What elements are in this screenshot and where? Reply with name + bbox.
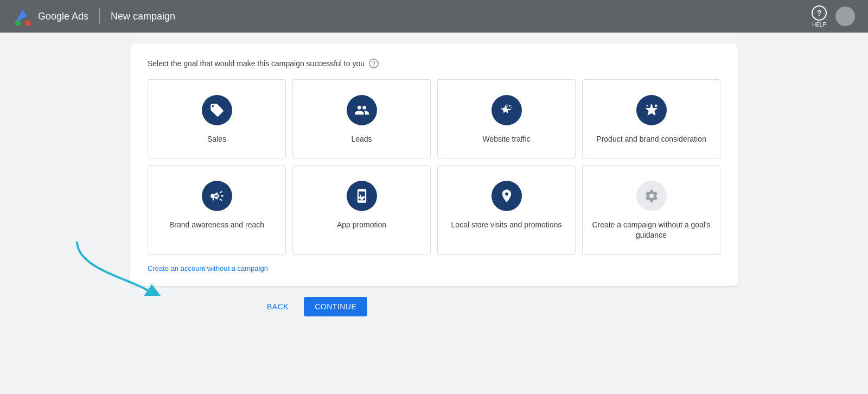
back-button[interactable]: BACK <box>260 298 295 315</box>
page-title: New campaign <box>111 11 175 22</box>
svg-point-7 <box>646 105 648 107</box>
svg-point-2 <box>15 20 21 26</box>
account-without-campaign-link[interactable]: Create an account without a campaign <box>148 264 268 272</box>
website-traffic-icon-circle <box>492 95 522 125</box>
sales-icon-circle <box>202 95 232 125</box>
people-icon <box>354 103 369 118</box>
gear-icon <box>644 188 659 204</box>
svg-point-5 <box>511 107 512 108</box>
local-store-label: Local store visits and promotions <box>451 220 562 231</box>
help-label: HELP <box>812 22 826 28</box>
sparkle-icon <box>644 103 659 118</box>
goal-leads[interactable]: Leads <box>292 79 431 158</box>
goal-local-store[interactable]: Local store visits and promotions <box>437 165 576 255</box>
svg-point-6 <box>654 105 657 107</box>
svg-point-3 <box>25 20 31 26</box>
card-header-help-icon[interactable]: ? <box>369 59 379 68</box>
no-guidance-icon-circle <box>636 181 667 211</box>
header: Google Ads New campaign ? HELP <box>0 0 868 33</box>
sales-label: Sales <box>207 134 226 145</box>
brand-awareness-label: Brand awareness and reach <box>169 220 264 231</box>
footer-buttons: BACK CONTINUE <box>130 297 738 316</box>
header-right: ? HELP <box>812 5 855 28</box>
header-left: Google Ads New campaign <box>13 7 175 26</box>
svg-point-4 <box>509 105 511 107</box>
website-traffic-label: Website traffic <box>482 134 530 145</box>
product-brand-label: Product and brand consideration <box>596 134 706 145</box>
leads-icon-circle <box>347 95 377 125</box>
cursor-icon <box>499 103 514 118</box>
account-avatar[interactable] <box>835 7 855 26</box>
goal-product-brand[interactable]: Product and brand consideration <box>582 79 720 158</box>
tag-icon <box>209 103 225 118</box>
campaign-goal-card: Select the goal that would make this cam… <box>130 43 738 286</box>
main-content: Select the goal that would make this cam… <box>0 33 868 394</box>
local-store-icon-circle <box>492 181 522 211</box>
app-promotion-label: App promotion <box>337 220 386 231</box>
google-ads-logo <box>13 7 33 26</box>
goal-app-promotion[interactable]: App promotion <box>292 165 431 255</box>
app-name: Google Ads <box>38 11 88 22</box>
product-brand-icon-circle <box>636 95 667 125</box>
goal-no-guidance[interactable]: Create a campaign without a goal's guida… <box>582 165 720 255</box>
goal-website-traffic[interactable]: Website traffic <box>437 79 576 158</box>
location-icon <box>499 188 514 204</box>
logo-container: Google Ads <box>13 7 88 26</box>
continue-button[interactable]: CONTINUE <box>304 297 367 316</box>
phone-download-icon <box>354 188 369 204</box>
app-promotion-icon-circle <box>347 181 377 211</box>
speaker-icon <box>209 188 225 204</box>
leads-label: Leads <box>351 134 372 145</box>
card-header-text: Select the goal that would make this cam… <box>148 59 365 68</box>
goal-sales[interactable]: Sales <box>148 79 286 158</box>
header-divider <box>99 8 100 24</box>
goals-grid: Sales Leads <box>148 79 720 255</box>
brand-awareness-icon-circle <box>202 181 232 211</box>
goal-brand-awareness[interactable]: Brand awareness and reach <box>148 165 286 255</box>
no-guidance-label: Create a campaign without a goal's guida… <box>591 220 711 241</box>
card-header: Select the goal that would make this cam… <box>148 59 720 68</box>
help-icon: ? <box>812 5 827 21</box>
account-link-area: Create an account without a campaign <box>148 263 720 273</box>
help-button[interactable]: ? HELP <box>812 5 827 28</box>
